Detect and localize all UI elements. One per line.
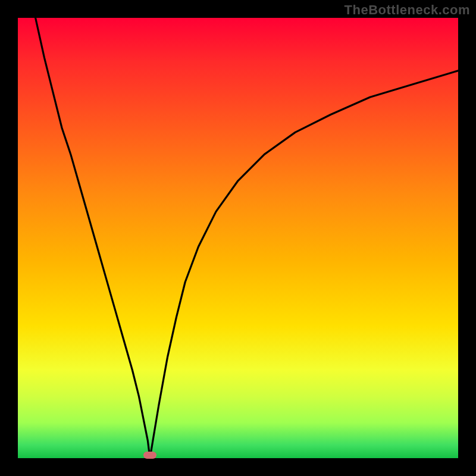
valley-marker [143,452,156,459]
plot-area [18,18,458,458]
chart-frame: TheBottleneck.com [0,0,476,476]
curve-path [36,18,458,458]
bottleneck-curve [18,18,458,458]
watermark-text: TheBottleneck.com [345,2,470,18]
